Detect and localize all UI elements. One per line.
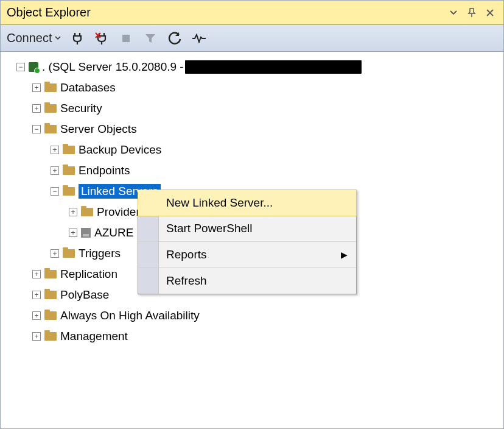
node-label: Backup Devices — [79, 143, 161, 157]
tree-node-endpoints[interactable]: + Endpoints — [4, 160, 500, 181]
root-label: . (SQL Server 15.0.2080.9 - — [42, 60, 184, 74]
folder-icon — [63, 187, 75, 196]
disconnect-plug-icon[interactable] — [94, 30, 110, 46]
menu-item-label: Start PowerShell — [166, 222, 253, 235]
panel-title-bar: Object Explorer — [1, 1, 503, 25]
activity-icon[interactable] — [191, 30, 207, 46]
menu-item-label: Refresh — [166, 274, 207, 288]
expander-icon[interactable]: + — [69, 208, 77, 216]
context-menu: New Linked Server... Start PowerShell Re… — [138, 190, 357, 294]
folder-icon — [63, 249, 75, 258]
node-label: Triggers — [79, 247, 121, 260]
panel-title: Object Explorer — [7, 5, 443, 20]
expander-icon[interactable]: − — [16, 63, 25, 71]
expander-icon[interactable]: + — [32, 83, 41, 92]
expander-icon[interactable]: + — [51, 166, 59, 175]
folder-icon — [63, 166, 75, 175]
connect-plug-icon[interactable] — [69, 30, 85, 46]
expander-icon[interactable]: − — [32, 125, 41, 133]
expander-icon[interactable]: − — [51, 187, 59, 196]
menu-item-label: New Linked Server... — [166, 196, 273, 210]
node-label: PolyBase — [60, 288, 109, 302]
svg-rect-0 — [122, 35, 130, 42]
refresh-icon[interactable] — [167, 30, 183, 46]
connect-button[interactable]: Connect — [7, 31, 61, 45]
node-label: AZURE — [94, 226, 133, 239]
tree-node-security[interactable]: + Security — [4, 98, 500, 119]
menu-item-refresh[interactable]: Refresh — [138, 268, 356, 294]
node-label: Replication — [60, 268, 117, 281]
menu-item-reports[interactable]: Reports ▶ — [138, 242, 356, 268]
folder-icon — [44, 83, 57, 92]
node-label: Management — [60, 330, 128, 343]
node-label: Endpoints — [79, 164, 130, 177]
menu-item-new-linked-server[interactable]: New Linked Server... — [138, 190, 357, 216]
tree-root[interactable]: − . (SQL Server 15.0.2080.9 - — [4, 57, 500, 77]
tree-node-server-objects[interactable]: − Server Objects — [4, 119, 500, 140]
folder-icon — [44, 270, 57, 278]
pin-icon[interactable] — [464, 5, 479, 20]
redacted-principal — [185, 60, 362, 74]
expander-icon[interactable]: + — [32, 291, 41, 299]
node-label: Server Objects — [60, 122, 137, 136]
node-label: Always On High Availability — [60, 309, 200, 322]
folder-icon — [44, 104, 57, 113]
filter-icon[interactable] — [142, 30, 158, 46]
expander-icon[interactable]: + — [51, 249, 59, 258]
node-label: Security — [60, 102, 102, 115]
folder-icon — [44, 332, 57, 341]
dropdown-icon[interactable] — [446, 5, 461, 20]
toolbar: Connect — [1, 25, 503, 52]
expander-icon[interactable]: + — [51, 146, 59, 154]
folder-icon — [63, 146, 75, 154]
folder-icon — [44, 311, 57, 320]
linked-server-icon — [81, 228, 91, 238]
folder-icon — [44, 125, 57, 133]
expander-icon[interactable]: + — [32, 311, 41, 320]
server-icon — [29, 62, 38, 72]
expander-icon[interactable]: + — [69, 229, 77, 237]
tree-node-management[interactable]: + Management — [4, 326, 500, 347]
menu-item-start-powershell[interactable]: Start PowerShell — [138, 216, 356, 242]
stop-icon[interactable] — [118, 30, 134, 46]
connect-label: Connect — [7, 31, 52, 45]
node-label: Databases — [60, 81, 116, 94]
expander-icon[interactable]: + — [32, 270, 41, 278]
folder-icon — [44, 291, 57, 299]
tree-node-databases[interactable]: + Databases — [4, 77, 500, 98]
tree-node-backup-devices[interactable]: + Backup Devices — [4, 140, 500, 160]
expander-icon[interactable]: + — [32, 104, 41, 113]
object-explorer-panel: Object Explorer Connect — [0, 0, 504, 429]
folder-icon — [81, 208, 93, 216]
tree-node-always-on[interactable]: + Always On High Availability — [4, 305, 500, 326]
close-icon[interactable] — [483, 5, 497, 20]
chevron-right-icon: ▶ — [341, 250, 348, 260]
menu-item-label: Reports — [166, 248, 207, 261]
expander-icon[interactable]: + — [32, 332, 41, 341]
